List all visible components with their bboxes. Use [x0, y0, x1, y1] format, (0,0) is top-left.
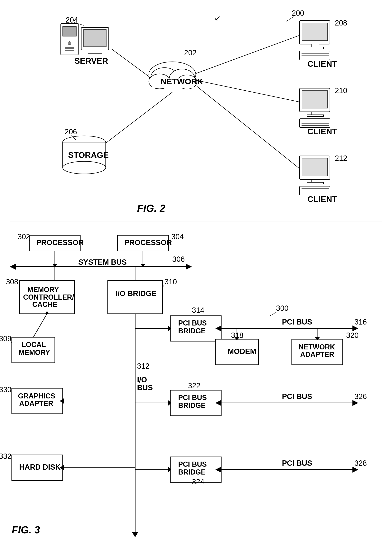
svg-line-102 — [33, 314, 47, 337]
svg-rect-6 — [63, 27, 76, 36]
svg-rect-8 — [65, 47, 74, 49]
svg-text:202: 202 — [184, 49, 196, 57]
svg-text:STORAGE: STORAGE — [68, 150, 109, 160]
svg-rect-46 — [307, 182, 323, 184]
svg-text:312: 312 — [137, 362, 149, 370]
svg-marker-161 — [352, 467, 358, 472]
svg-text:332: 332 — [0, 452, 11, 460]
svg-rect-47 — [300, 186, 330, 195]
svg-rect-37 — [300, 119, 330, 127]
svg-text:328: 328 — [354, 459, 367, 467]
svg-text:LOCAL: LOCAL — [21, 341, 46, 349]
divider — [10, 222, 382, 222]
svg-text:SERVER: SERVER — [74, 56, 108, 65]
svg-text:NETWORK: NETWORK — [299, 343, 335, 351]
svg-text:CLIENT: CLIENT — [308, 127, 337, 136]
page: 200 ↙ 204 SERVER — [0, 0, 392, 551]
svg-rect-27 — [300, 51, 330, 60]
svg-text:304: 304 — [171, 232, 184, 241]
svg-text:↙: ↙ — [214, 14, 221, 22]
svg-rect-9 — [65, 50, 74, 51]
svg-line-61 — [112, 49, 149, 76]
svg-text:310: 310 — [164, 278, 177, 286]
svg-point-7 — [68, 42, 71, 45]
svg-text:PCI BUS: PCI BUS — [178, 393, 207, 402]
svg-rect-44 — [302, 158, 328, 176]
svg-text:MEMORY: MEMORY — [28, 286, 59, 294]
svg-line-65 — [106, 92, 172, 143]
fig2-diagram: 200 ↙ 204 SERVER — [0, 4, 392, 220]
svg-text:BRIDGE: BRIDGE — [178, 401, 206, 409]
svg-marker-84 — [141, 264, 145, 268]
svg-marker-77 — [10, 264, 16, 270]
svg-text:PCI BUS: PCI BUS — [282, 459, 312, 467]
svg-text:I/O: I/O — [137, 376, 147, 384]
svg-text:200: 200 — [292, 9, 304, 17]
svg-text:FIG. 3: FIG. 3 — [12, 524, 40, 536]
svg-text:300: 300 — [276, 304, 288, 312]
svg-text:CONTROLLER/: CONTROLLER/ — [23, 293, 74, 301]
fig3-diagram: 300 PROCESSOR 302 PROCESSOR 304 SYSTEM B… — [0, 225, 392, 549]
svg-text:320: 320 — [346, 331, 358, 340]
svg-text:316: 316 — [354, 318, 367, 326]
svg-rect-26 — [307, 47, 323, 49]
svg-text:306: 306 — [172, 255, 185, 263]
svg-marker-115 — [352, 326, 358, 331]
svg-text:PCI BUS: PCI BUS — [178, 460, 207, 468]
svg-text:ADAPTER: ADAPTER — [19, 399, 53, 407]
svg-text:I/O BRIDGE: I/O BRIDGE — [116, 290, 156, 298]
svg-rect-11 — [84, 29, 106, 47]
svg-text:208: 208 — [335, 19, 347, 27]
svg-text:302: 302 — [18, 232, 30, 241]
svg-line-68 — [270, 312, 277, 316]
svg-text:ADAPTER: ADAPTER — [300, 350, 334, 358]
svg-text:PCI BUS: PCI BUS — [282, 392, 312, 401]
svg-point-57 — [63, 161, 106, 174]
svg-text:FIG. 2: FIG. 2 — [137, 203, 165, 214]
svg-text:206: 206 — [65, 128, 77, 136]
svg-rect-34 — [302, 91, 328, 108]
svg-marker-78 — [186, 264, 192, 270]
svg-line-1 — [286, 17, 294, 22]
svg-line-62 — [196, 35, 300, 73]
svg-text:330: 330 — [0, 385, 11, 394]
svg-text:BRIDGE: BRIDGE — [178, 327, 206, 335]
svg-text:324: 324 — [192, 478, 204, 486]
svg-text:322: 322 — [188, 382, 200, 390]
svg-text:GRAPHICS: GRAPHICS — [18, 392, 55, 400]
svg-text:PCI BUS: PCI BUS — [282, 318, 312, 326]
svg-marker-108 — [132, 532, 138, 537]
svg-text:BRIDGE: BRIDGE — [178, 468, 206, 476]
svg-text:PROCESSOR: PROCESSOR — [36, 239, 84, 247]
svg-text:MEMORY: MEMORY — [19, 348, 50, 356]
svg-rect-24 — [302, 23, 328, 41]
svg-text:309: 309 — [0, 334, 11, 343]
svg-marker-145 — [352, 400, 358, 406]
svg-text:NETWORK: NETWORK — [161, 77, 203, 86]
svg-text:PCI BUS: PCI BUS — [178, 319, 207, 327]
svg-text:BUS: BUS — [137, 384, 153, 392]
svg-text:314: 314 — [192, 306, 204, 314]
svg-text:CLIENT: CLIENT — [308, 59, 337, 68]
svg-text:308: 308 — [6, 278, 18, 286]
svg-text:HARD DISK: HARD DISK — [19, 463, 61, 471]
fig3-svg: 300 PROCESSOR 302 PROCESSOR 304 SYSTEM B… — [0, 225, 392, 549]
svg-text:MODEM: MODEM — [228, 347, 256, 355]
svg-text:CLIENT: CLIENT — [308, 195, 337, 204]
svg-rect-13 — [88, 53, 102, 55]
svg-text:PROCESSOR: PROCESSOR — [124, 239, 172, 247]
fig2-svg: 200 ↙ 204 SERVER — [0, 4, 392, 220]
svg-text:210: 210 — [335, 87, 347, 95]
svg-text:212: 212 — [335, 154, 347, 162]
svg-rect-36 — [307, 115, 323, 116]
svg-text:SYSTEM BUS: SYSTEM BUS — [78, 258, 127, 266]
svg-text:326: 326 — [354, 392, 367, 401]
svg-text:CACHE: CACHE — [32, 300, 57, 308]
svg-line-94 — [163, 285, 164, 287]
